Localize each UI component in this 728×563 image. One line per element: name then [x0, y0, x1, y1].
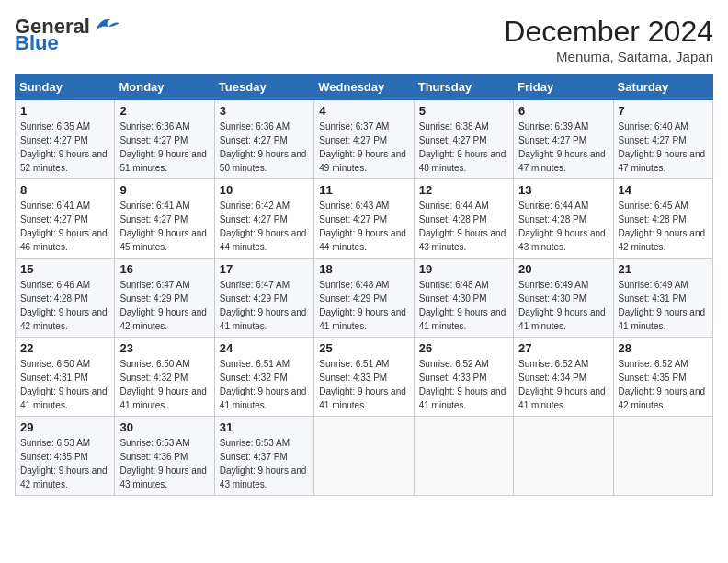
- day-number: 9: [119, 183, 209, 197]
- day-info: Sunrise: 6:38 AM Sunset: 4:27 PM Dayligh…: [419, 120, 508, 175]
- day-info: Sunrise: 6:52 AM Sunset: 4:33 PM Dayligh…: [419, 357, 508, 412]
- col-thursday: Thursday: [414, 75, 513, 100]
- day-info: Sunrise: 6:52 AM Sunset: 4:34 PM Dayligh…: [518, 357, 608, 412]
- table-row: 17 Sunrise: 6:47 AM Sunset: 4:29 PM Dayl…: [214, 259, 313, 338]
- logo-text-blue: Blue: [15, 31, 59, 55]
- day-number: 4: [319, 104, 408, 118]
- day-info: Sunrise: 6:41 AM Sunset: 4:27 PM Dayligh…: [20, 199, 109, 254]
- page-title: December 2024: [504, 15, 713, 49]
- table-row: 6 Sunrise: 6:39 AM Sunset: 4:27 PM Dayli…: [514, 100, 613, 179]
- day-info: Sunrise: 6:51 AM Sunset: 4:32 PM Dayligh…: [220, 357, 309, 412]
- table-row: 16 Sunrise: 6:47 AM Sunset: 4:29 PM Dayl…: [115, 259, 214, 338]
- table-row: 3 Sunrise: 6:36 AM Sunset: 4:27 PM Dayli…: [214, 100, 313, 179]
- day-info: Sunrise: 6:37 AM Sunset: 4:27 PM Dayligh…: [319, 120, 408, 175]
- table-row: 14 Sunrise: 6:45 AM Sunset: 4:28 PM Dayl…: [613, 179, 712, 259]
- day-number: 1: [20, 104, 109, 118]
- logo: General Blue: [15, 15, 121, 55]
- day-number: 29: [20, 420, 109, 434]
- table-row: 21 Sunrise: 6:49 AM Sunset: 4:31 PM Dayl…: [613, 259, 712, 338]
- day-info: Sunrise: 6:53 AM Sunset: 4:37 PM Dayligh…: [220, 436, 309, 491]
- day-number: 21: [619, 262, 708, 276]
- table-row: [314, 417, 414, 496]
- table-row: 29 Sunrise: 6:53 AM Sunset: 4:35 PM Dayl…: [16, 417, 115, 496]
- table-row: 30 Sunrise: 6:53 AM Sunset: 4:36 PM Dayl…: [115, 417, 214, 496]
- calendar-week-row: 15 Sunrise: 6:46 AM Sunset: 4:28 PM Dayl…: [16, 259, 713, 338]
- table-row: [613, 417, 712, 496]
- day-number: 20: [518, 262, 608, 276]
- day-info: Sunrise: 6:36 AM Sunset: 4:27 PM Dayligh…: [220, 120, 309, 175]
- day-info: Sunrise: 6:50 AM Sunset: 4:32 PM Dayligh…: [119, 357, 209, 412]
- day-info: Sunrise: 6:46 AM Sunset: 4:28 PM Dayligh…: [20, 278, 109, 333]
- day-number: 30: [119, 420, 209, 434]
- page-header: General Blue December 2024 Menuma, Saita…: [15, 15, 713, 64]
- day-info: Sunrise: 6:36 AM Sunset: 4:27 PM Dayligh…: [119, 120, 209, 175]
- day-number: 12: [419, 183, 508, 197]
- calendar-week-row: 22 Sunrise: 6:50 AM Sunset: 4:31 PM Dayl…: [16, 338, 713, 417]
- day-number: 2: [119, 104, 209, 118]
- day-number: 3: [220, 104, 309, 118]
- day-info: Sunrise: 6:49 AM Sunset: 4:31 PM Dayligh…: [619, 278, 708, 333]
- day-info: Sunrise: 6:53 AM Sunset: 4:35 PM Dayligh…: [20, 436, 109, 491]
- table-row: 4 Sunrise: 6:37 AM Sunset: 4:27 PM Dayli…: [314, 100, 414, 179]
- calendar-week-row: 1 Sunrise: 6:35 AM Sunset: 4:27 PM Dayli…: [16, 100, 713, 179]
- day-info: Sunrise: 6:53 AM Sunset: 4:36 PM Dayligh…: [119, 436, 209, 491]
- table-row: 20 Sunrise: 6:49 AM Sunset: 4:30 PM Dayl…: [514, 259, 613, 338]
- table-row: 11 Sunrise: 6:43 AM Sunset: 4:27 PM Dayl…: [314, 179, 414, 259]
- day-number: 31: [220, 420, 309, 434]
- day-info: Sunrise: 6:45 AM Sunset: 4:28 PM Dayligh…: [619, 199, 708, 254]
- table-row: 2 Sunrise: 6:36 AM Sunset: 4:27 PM Dayli…: [115, 100, 214, 179]
- table-row: 28 Sunrise: 6:52 AM Sunset: 4:35 PM Dayl…: [613, 338, 712, 417]
- table-row: 15 Sunrise: 6:46 AM Sunset: 4:28 PM Dayl…: [16, 259, 115, 338]
- day-info: Sunrise: 6:44 AM Sunset: 4:28 PM Dayligh…: [518, 199, 608, 254]
- day-number: 18: [319, 262, 408, 276]
- table-row: 7 Sunrise: 6:40 AM Sunset: 4:27 PM Dayli…: [613, 100, 712, 179]
- day-info: Sunrise: 6:48 AM Sunset: 4:30 PM Dayligh…: [419, 278, 508, 333]
- day-info: Sunrise: 6:52 AM Sunset: 4:35 PM Dayligh…: [619, 357, 708, 412]
- table-row: 9 Sunrise: 6:41 AM Sunset: 4:27 PM Dayli…: [115, 179, 214, 259]
- table-row: [514, 417, 613, 496]
- table-row: 18 Sunrise: 6:48 AM Sunset: 4:29 PM Dayl…: [314, 259, 414, 338]
- day-number: 15: [20, 262, 109, 276]
- col-friday: Friday: [514, 75, 613, 100]
- day-number: 8: [20, 183, 109, 197]
- day-number: 13: [518, 183, 608, 197]
- table-row: 13 Sunrise: 6:44 AM Sunset: 4:28 PM Dayl…: [514, 179, 613, 259]
- table-row: 19 Sunrise: 6:48 AM Sunset: 4:30 PM Dayl…: [414, 259, 513, 338]
- table-row: 24 Sunrise: 6:51 AM Sunset: 4:32 PM Dayl…: [214, 338, 313, 417]
- day-info: Sunrise: 6:47 AM Sunset: 4:29 PM Dayligh…: [119, 278, 209, 333]
- day-info: Sunrise: 6:35 AM Sunset: 4:27 PM Dayligh…: [20, 120, 109, 175]
- day-info: Sunrise: 6:50 AM Sunset: 4:31 PM Dayligh…: [20, 357, 109, 412]
- col-saturday: Saturday: [613, 75, 712, 100]
- day-info: Sunrise: 6:41 AM Sunset: 4:27 PM Dayligh…: [119, 199, 209, 254]
- col-wednesday: Wednesday: [314, 75, 414, 100]
- table-row: 23 Sunrise: 6:50 AM Sunset: 4:32 PM Dayl…: [115, 338, 214, 417]
- col-sunday: Sunday: [16, 75, 115, 100]
- day-info: Sunrise: 6:39 AM Sunset: 4:27 PM Dayligh…: [518, 120, 608, 175]
- page-subtitle: Menuma, Saitama, Japan: [504, 49, 713, 64]
- day-number: 6: [518, 104, 608, 118]
- logo-bird-icon: [92, 14, 121, 34]
- day-info: Sunrise: 6:48 AM Sunset: 4:29 PM Dayligh…: [319, 278, 408, 333]
- day-info: Sunrise: 6:40 AM Sunset: 4:27 PM Dayligh…: [619, 120, 708, 175]
- day-number: 27: [518, 341, 608, 355]
- calendar-week-row: 29 Sunrise: 6:53 AM Sunset: 4:35 PM Dayl…: [16, 417, 713, 496]
- day-number: 23: [119, 341, 209, 355]
- day-number: 26: [419, 341, 508, 355]
- day-info: Sunrise: 6:43 AM Sunset: 4:27 PM Dayligh…: [319, 199, 408, 254]
- title-block: December 2024 Menuma, Saitama, Japan: [504, 15, 713, 64]
- day-number: 17: [220, 262, 309, 276]
- calendar-week-row: 8 Sunrise: 6:41 AM Sunset: 4:27 PM Dayli…: [16, 179, 713, 259]
- col-tuesday: Tuesday: [214, 75, 313, 100]
- day-number: 7: [619, 104, 708, 118]
- day-number: 11: [319, 183, 408, 197]
- day-number: 16: [119, 262, 209, 276]
- day-number: 28: [619, 341, 708, 355]
- table-row: 10 Sunrise: 6:42 AM Sunset: 4:27 PM Dayl…: [214, 179, 313, 259]
- table-row: 8 Sunrise: 6:41 AM Sunset: 4:27 PM Dayli…: [16, 179, 115, 259]
- day-number: 10: [220, 183, 309, 197]
- day-number: 14: [619, 183, 708, 197]
- table-row: 1 Sunrise: 6:35 AM Sunset: 4:27 PM Dayli…: [16, 100, 115, 179]
- table-row: 12 Sunrise: 6:44 AM Sunset: 4:28 PM Dayl…: [414, 179, 513, 259]
- day-number: 24: [220, 341, 309, 355]
- day-number: 5: [419, 104, 508, 118]
